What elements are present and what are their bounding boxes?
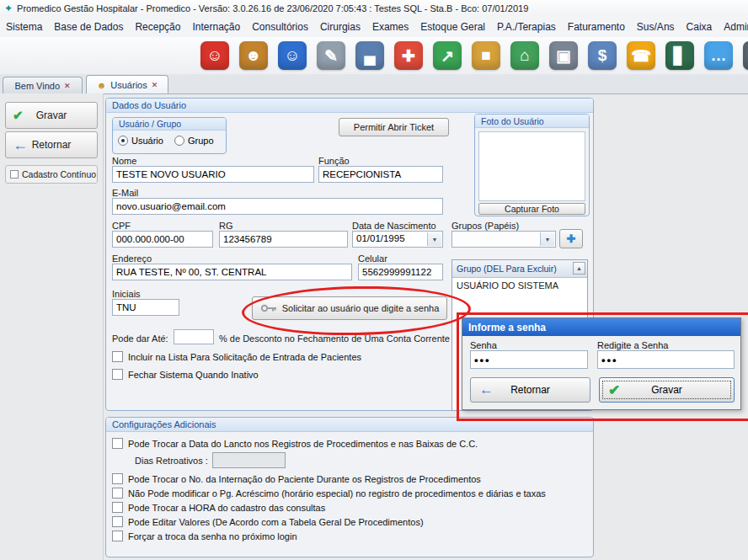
prescription-icon[interactable]: ✎ — [317, 41, 345, 70]
config-check-row[interactable]: Não Pode modificar o Pg. Acréscimo (horá… — [112, 488, 546, 499]
gravar-button[interactable]: ✔ Gravar — [5, 102, 98, 129]
chat-icon[interactable]: … — [704, 41, 733, 70]
desconto-suffix-label: % de Desconto no Fechamento de Uma Conta… — [219, 333, 450, 344]
menu-sus-ans[interactable]: Sus/Ans — [631, 18, 681, 36]
menu-pa-terapias[interactable]: P.A./Terapias — [491, 18, 562, 36]
cpf-input[interactable] — [112, 231, 213, 248]
grupos-papeis-combo[interactable]: ▼ — [451, 231, 556, 248]
close-icon[interactable]: ✕ — [152, 81, 158, 89]
dados-usuario-title: Dados do Usuário — [112, 100, 186, 110]
attendance-icon[interactable]: ☺ — [200, 41, 229, 70]
iniciais-input[interactable] — [112, 299, 179, 316]
retornar-button[interactable]: ← Retornar — [5, 131, 98, 158]
tab-usuarios[interactable]: ☻ Usuários ✕ — [86, 75, 168, 93]
scroll-up-icon[interactable]: ▲ — [573, 262, 585, 275]
app-logo-icon: ✦ — [4, 3, 13, 14]
capturar-foto-label: Capturar Foto — [505, 204, 559, 214]
cadastro-continuo-checkbox[interactable] — [10, 170, 19, 179]
trocar-hora-checkbox[interactable] — [112, 502, 123, 513]
tab-label: Usuários — [110, 80, 147, 90]
monitor-icon[interactable]: ▤ — [743, 41, 748, 70]
dialog-retornar-button[interactable]: ← Retornar — [470, 377, 590, 403]
doctor-icon[interactable]: ☺ — [278, 41, 307, 70]
menu-consultorios[interactable]: Consultórios — [246, 18, 314, 36]
menu-base-de-dados[interactable]: Base de Dados — [48, 18, 129, 36]
radio-grupo[interactable] — [174, 136, 184, 146]
incluir-lista-label: Incluir na Lista Para Solicitação de Ent… — [128, 352, 361, 362]
trocar-data-lancto-checkbox[interactable] — [112, 438, 123, 449]
list-item[interactable]: USUÁRIO DO SISTEMA — [452, 278, 587, 292]
menu-caixa[interactable]: Caixa — [681, 18, 719, 36]
menu-administracao[interactable]: Administra — [718, 18, 748, 36]
nascimento-combo[interactable]: 01/01/1995 ▼ — [352, 231, 443, 248]
calculator-icon[interactable]: $ — [588, 41, 617, 70]
grupo-list-header-label: Grupo (DEL Para Excluir) — [457, 264, 557, 274]
editar-valores-checkbox[interactable] — [112, 516, 123, 527]
celular-input[interactable] — [358, 264, 443, 280]
menu-internacao[interactable]: Internação — [186, 18, 246, 36]
main-toolbar: ☺ ☻ ☺ ✎ ▄ ✚ ↗ ■ ⌂ ▣ $ ☎ ▋ … ▤ — [0, 37, 748, 75]
rg-input[interactable] — [219, 231, 348, 248]
plus-icon: ✚ — [567, 232, 576, 245]
add-grupo-button[interactable]: ✚ — [559, 229, 583, 248]
grupo-item-label: USUÁRIO DO SISTEMA — [457, 280, 558, 291]
incluir-lista-checkbox[interactable] — [112, 351, 123, 362]
stock-icon[interactable]: ■ — [472, 41, 500, 70]
config-check-row[interactable]: Forçar a troca da senha no próximo login — [112, 531, 297, 541]
bank-icon[interactable]: ⌂ — [510, 41, 539, 70]
foto-usuario-group: Foto do Usuário Capturar Foto — [474, 114, 590, 216]
forcar-troca-senha-checkbox[interactable] — [112, 531, 123, 541]
menu-cirurgias[interactable]: Cirurgias — [314, 18, 366, 36]
chart-icon[interactable]: ↗ — [433, 41, 462, 70]
editar-valores-label: Pode Editar Valores (De Acordo com a Tab… — [128, 517, 424, 527]
radio-usuario[interactable] — [118, 136, 128, 146]
safe-icon[interactable]: ▣ — [549, 41, 578, 70]
solicitar-senha-button[interactable]: Solicitar ao usuário que digite a senha — [252, 296, 447, 320]
nao-modificar-acrescimo-checkbox[interactable] — [112, 488, 123, 499]
trocar-no-internacao-checkbox[interactable] — [112, 473, 123, 484]
redigite-senha-label: Redigite a Senha — [597, 340, 668, 350]
endereco-label: Endereço — [112, 253, 152, 264]
cadastro-continuo-toggle[interactable]: Cadastro Contínuo — [5, 165, 98, 184]
menu-exames[interactable]: Exames — [366, 18, 414, 36]
chevron-down-icon[interactable]: ▼ — [427, 232, 441, 246]
menu-recepcao[interactable]: Recepção — [129, 18, 186, 36]
chevron-down-icon[interactable]: ▼ — [540, 232, 554, 246]
schedule-icon[interactable]: ☻ — [239, 41, 268, 70]
config-check-row[interactable]: Pode Trocar o No. da Internação do Pacie… — [112, 473, 481, 484]
phone-icon[interactable]: ☎ — [627, 41, 655, 70]
menu-bar: Sistema Base de Dados Recepção Internaçã… — [0, 16, 748, 38]
fechar-sistema-check-row[interactable]: Fechar Sistema Quando Inativo — [112, 369, 259, 380]
solicitar-senha-label: Solicitar ao usuário que digite a senha — [282, 303, 440, 313]
config-check-row[interactable]: Pode Trocar a Data do Lancto nos Registr… — [112, 438, 478, 449]
permitir-abrir-ticket-button[interactable]: Permitir Abrir Ticket — [339, 118, 449, 136]
config-check-row[interactable]: Pode Editar Valores (De Acordo com a Tab… — [112, 516, 424, 527]
fechar-sistema-checkbox[interactable] — [112, 369, 123, 380]
menu-faturamento[interactable]: Faturamento — [562, 18, 631, 36]
senha-input[interactable] — [470, 350, 588, 369]
config-adicionais-title: Configurações Adicionais — [112, 419, 216, 429]
nome-input[interactable] — [112, 166, 314, 183]
tab-bem-vindo[interactable]: Bem Vindo ✕ — [3, 77, 83, 93]
informe-senha-dialog: Informe a senha Senha Redigite a Senha ←… — [462, 317, 741, 410]
dialog-gravar-button[interactable]: ✔ Gravar — [599, 377, 735, 403]
desconto-input[interactable] — [174, 329, 214, 344]
close-icon[interactable]: ✕ — [64, 82, 71, 90]
funcao-input[interactable] — [318, 166, 443, 183]
book-icon[interactable]: ▋ — [665, 41, 694, 70]
redigite-senha-input[interactable] — [597, 350, 735, 369]
ambulance-icon[interactable]: ✚ — [394, 41, 423, 70]
check-icon: ✔ — [608, 381, 620, 399]
bed-icon[interactable]: ▄ — [355, 41, 384, 70]
menu-estoque-geral[interactable]: Estoque Geral — [414, 18, 491, 36]
endereco-input[interactable] — [112, 264, 352, 280]
menu-sistema[interactable]: Sistema — [0, 18, 48, 36]
email-input[interactable] — [112, 198, 443, 215]
dialog-title-bar[interactable]: Informe a senha — [462, 318, 740, 336]
capturar-foto-button[interactable]: Capturar Foto — [478, 203, 585, 215]
trocar-data-lancto-label: Pode Trocar a Data do Lancto nos Registr… — [128, 439, 478, 449]
config-check-row[interactable]: Pode Trocar a HORA do cadastro das consu… — [112, 502, 325, 513]
incluir-lista-check-row[interactable]: Incluir na Lista Para Solicitação de Ent… — [112, 351, 361, 362]
tab-bar: Bem Vindo ✕ ☻ Usuários ✕ — [0, 74, 748, 94]
nascimento-value: 01/01/1995 — [356, 233, 405, 243]
